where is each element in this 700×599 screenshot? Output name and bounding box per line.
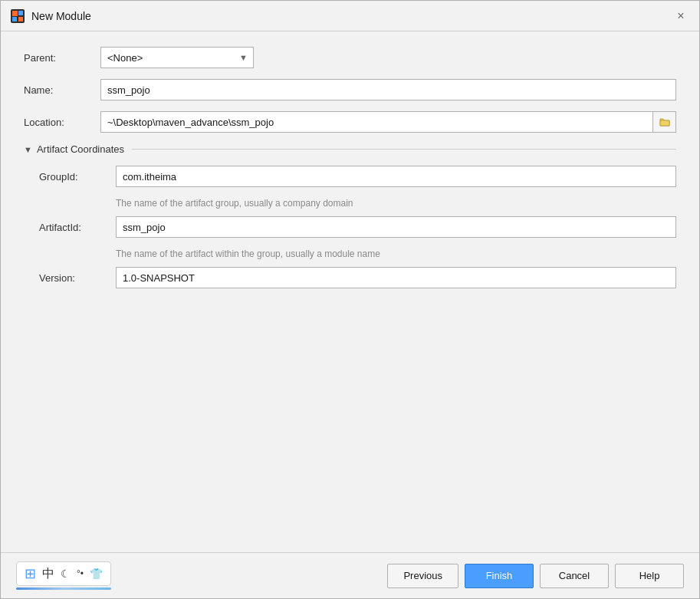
name-input[interactable] [100,79,676,100]
parent-row: Parent: <None> ▼ [24,47,676,68]
svg-rect-2 [18,11,23,15]
parent-field: <None> ▼ [100,47,676,68]
groupid-label: GroupId: [39,171,116,183]
dialog-title: New Module [31,10,665,22]
location-input[interactable] [100,111,653,133]
name-label: Name: [24,84,100,96]
groupid-hint: The name of the artifact group, usually … [39,198,676,209]
new-module-dialog: New Module × Parent: <None> ▼ Name: [0,0,700,599]
version-row: Version: [39,267,676,288]
cancel-button[interactable]: Cancel [540,564,609,588]
help-button[interactable]: Help [615,564,684,588]
artifact-section-header: ▼ Artifact Coordinates [24,143,676,155]
section-divider [132,149,676,150]
windows-icon[interactable]: ⊞ [25,565,36,582]
dialog-footer: ⊞ 中 ☾ °• 👕 Previous Finish Cancel Help [1,552,699,598]
artifact-section-title: Artifact Coordinates [37,143,124,155]
artifactid-label: ArtifactId: [39,222,116,233]
location-wrapper [100,111,676,133]
artifactid-input[interactable] [116,216,676,238]
app-icon [10,8,25,24]
footer-buttons: Previous Finish Cancel Help [387,564,684,588]
dialog-content: Parent: <None> ▼ Name: Location: [1,31,699,552]
parent-select[interactable]: <None> [100,47,254,68]
cjk-icon[interactable]: 中 [42,566,54,582]
version-input[interactable] [116,267,676,288]
taskbar-wrapper: ⊞ 中 ☾ °• 👕 [16,561,111,590]
svg-rect-4 [18,17,23,21]
shirt-icon[interactable]: 👕 [90,568,103,580]
artifact-section-content: GroupId: The name of the artifact group,… [24,166,676,288]
title-bar: New Module × [1,1,699,31]
dot-icon[interactable]: °• [77,568,84,579]
svg-rect-3 [12,17,17,21]
parent-label: Parent: [24,52,100,64]
taskbar-area: ⊞ 中 ☾ °• 👕 [16,561,387,590]
taskbar-icons: ⊞ 中 ☾ °• 👕 [16,561,111,586]
folder-icon [659,117,670,127]
artifactid-hint: The name of the artifact within the grou… [39,248,676,259]
name-row: Name: [24,79,676,100]
browse-button[interactable] [653,111,676,133]
previous-button[interactable]: Previous [387,564,458,588]
svg-rect-1 [12,11,18,16]
moon-icon[interactable]: ☾ [61,568,71,580]
taskbar-underline [16,587,111,590]
artifactid-field [116,216,676,238]
groupid-input[interactable] [116,166,676,187]
groupid-row: GroupId: [39,166,676,187]
finish-button[interactable]: Finish [465,564,534,588]
location-label: Location: [24,117,100,128]
name-field [100,79,676,100]
parent-select-wrapper: <None> ▼ [100,47,254,68]
artifactid-row: ArtifactId: [39,216,676,238]
version-label: Version: [39,272,116,284]
version-field [116,267,676,288]
section-collapse-icon[interactable]: ▼ [24,145,32,154]
close-button[interactable]: × [672,7,690,25]
groupid-field [116,166,676,187]
location-row: Location: [24,111,676,133]
